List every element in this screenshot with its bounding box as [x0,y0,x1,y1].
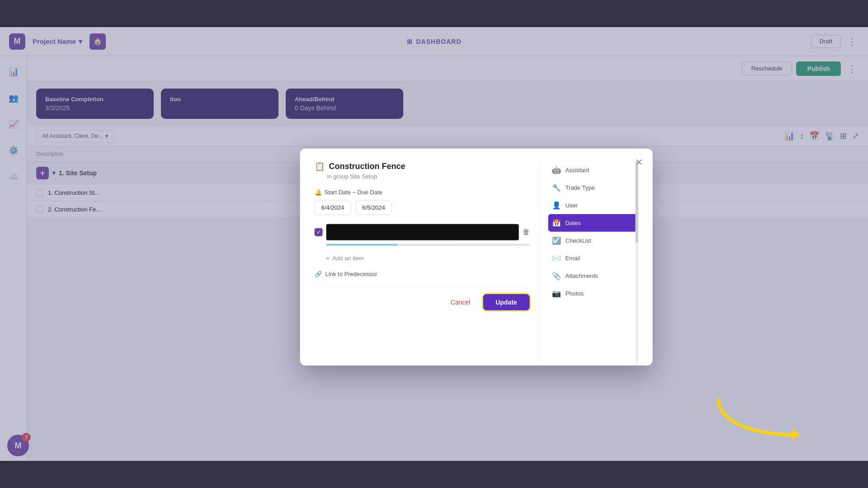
scrollbar-thumb[interactable] [636,161,638,243]
date-section: 🔔 Start Date – Due Date 6/4/2024 6/5/202… [315,189,530,215]
menu-item-label: User [566,202,578,209]
checklist-icon: ☑️ [552,236,561,245]
checklist-text-field[interactable] [326,224,519,240]
modal-title: Construction Fence [329,161,406,171]
dates-icon: 📅 [552,219,561,227]
modal-main-section: 📋 Construction Fence in group Site Setup… [315,161,539,366]
date-inputs: 6/4/2024 6/5/2024 [315,200,530,215]
update-button[interactable]: Update [483,294,529,310]
link-icon: 🔗 [315,271,322,277]
link-predecessor-label: Link to Predecessor [326,271,377,277]
end-date-input[interactable]: 6/5/2024 [355,200,392,215]
menu-item-label: Attachments [566,272,598,279]
menu-item-email[interactable]: ✉️ Email [548,249,638,267]
menu-item-dates[interactable]: 📅 Dates [548,214,638,232]
date-range-label: Start Date – Due Date [325,189,382,196]
trade-type-icon: 🔧 [552,183,561,192]
modal-sidebar-menu: 🤖 Assistant 🔧 Trade Type 👤 User 📅 Dates … [539,161,638,366]
menu-item-checklist[interactable]: ☑️ CheckList [548,232,638,249]
start-date-input[interactable]: 6/4/2024 [315,200,351,215]
modal-close-button[interactable]: ✕ [633,156,646,169]
date-label: 🔔 Start Date – Due Date [315,189,530,196]
modal-footer: Cancel Update [315,286,530,318]
progress-bar-container [326,244,530,246]
progress-bar [326,244,398,246]
menu-item-label: Photos [566,290,584,297]
menu-item-label: Assistant [566,167,590,174]
menu-item-label: Email [566,255,580,262]
delete-checklist-item-button[interactable]: 🗑 [523,228,530,236]
cancel-button[interactable]: Cancel [443,295,478,310]
bell-icon: 🔔 [315,189,322,196]
modal-subtitle: in group Site Setup [327,173,530,180]
menu-item-label: Trade Type [566,184,595,191]
task-modal: 📋 Construction Fence in group Site Setup… [300,149,653,366]
plus-icon: + [326,255,330,262]
user-icon: 👤 [552,201,561,210]
assistant-icon: 🤖 [552,166,561,174]
link-predecessor-button[interactable]: 🔗 Link to Predecessor [315,271,530,277]
add-item-label: Add an item [332,255,363,262]
attachments-icon: 📎 [552,272,561,280]
email-icon: ✉️ [552,254,561,263]
menu-item-assistant[interactable]: 🤖 Assistant [548,161,638,179]
checklist-item: ✓ 🗑 [315,224,530,240]
checklist-checkbox[interactable]: ✓ [315,228,323,236]
modal-title-row: 📋 Construction Fence [315,161,530,171]
add-item-button[interactable]: + Add an item [326,251,530,265]
menu-item-trade-type[interactable]: 🔧 Trade Type [548,179,638,197]
menu-item-attachments[interactable]: 📎 Attachments [548,267,638,285]
menu-item-photos[interactable]: 📷 Photos [548,285,638,302]
photos-icon: 📷 [552,289,561,298]
modal-title-icon: 📋 [315,161,325,171]
menu-item-user[interactable]: 👤 User [548,197,638,214]
menu-item-label: Dates [566,220,581,226]
scrollbar-track [636,161,638,366]
menu-item-label: CheckList [566,237,591,244]
